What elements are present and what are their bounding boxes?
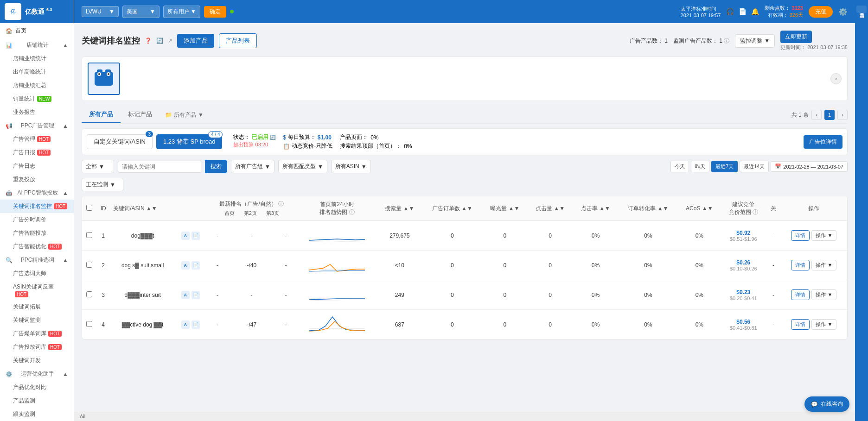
sidebar-item-smart-opt[interactable]: 广告智能优化HOT — [0, 240, 74, 253]
sidebar-section-ppc[interactable]: 📢 PPC广告管理 ▲ — [0, 119, 74, 132]
monitor-adjust-button[interactable]: 监控调整 ▼ — [735, 34, 775, 48]
next-product-button[interactable]: › — [830, 73, 842, 84]
search-button[interactable]: 搜索 — [205, 160, 227, 173]
settings-icon[interactable]: ⚙️ — [838, 7, 848, 16]
row-4-keyword[interactable]: ▓▓ctive dog ▓▓t — [110, 310, 175, 339]
row-3-detail-button[interactable]: 详情 — [791, 289, 810, 300]
row-2-action-button[interactable]: 操作 ▼ — [811, 260, 836, 270]
row-3-ai-icon[interactable]: A — [181, 291, 190, 299]
row-2-checkbox[interactable] — [86, 262, 92, 268]
sidebar-item-kw-monitor2[interactable]: 关键词监测 — [0, 314, 74, 327]
sidebar-item-ad-manage[interactable]: 广告管理HOT — [0, 132, 74, 146]
keyword-input[interactable] — [118, 161, 201, 173]
select-all-checkbox[interactable] — [86, 205, 92, 211]
row-4-detail-button[interactable]: 详情 — [791, 319, 810, 330]
row-3-keyword[interactable]: d▓▓▓inter suit — [110, 280, 175, 310]
bell-icon[interactable]: 🔔 — [751, 8, 759, 15]
row-3-action-button[interactable]: 操作 ▼ — [811, 289, 836, 300]
all-filter-select[interactable]: 全部 ▼ — [82, 160, 114, 173]
row-2-detail-button[interactable]: 详情 — [791, 260, 810, 270]
sidebar-item-product-monitor[interactable]: 产品监测 — [0, 394, 74, 408]
country-select[interactable]: 美国 ▼ — [122, 6, 160, 18]
date-yesterday-button[interactable]: 昨天 — [691, 161, 709, 172]
row-4-doc-icon[interactable]: 📄 — [191, 320, 200, 329]
row-2-ai-icon[interactable]: A — [181, 261, 190, 270]
row-4-checkbox[interactable] — [86, 321, 92, 327]
sidebar-item-ad-log[interactable]: 广告日志 — [0, 159, 74, 173]
sidebar-section-ops[interactable]: ⚙️ 运营优化助手 ▲ — [0, 367, 74, 381]
store-select[interactable]: LVWU ▼ — [82, 6, 119, 17]
sidebar-item-kw-monitor[interactable]: 关键词排名监控HOT — [0, 200, 74, 213]
sidebar-item-word-master[interactable]: 广告选词大师 — [0, 267, 74, 280]
sidebar-item-store-perf[interactable]: 店铺业绩统计 — [0, 52, 74, 65]
refresh-icon[interactable]: 🔄 — [156, 38, 163, 44]
share-icon[interactable]: ↗ — [168, 38, 172, 44]
row-2-keyword[interactable]: dog s▓ suit small — [110, 251, 175, 280]
row-3-doc-icon[interactable]: 📄 — [191, 291, 200, 299]
asin-select[interactable]: 所有ASIN ▼ — [331, 160, 371, 173]
row-4-action-button[interactable]: 操作 ▼ — [811, 319, 836, 330]
ad-group-select[interactable]: 所有广告组 ▼ — [231, 160, 274, 173]
product-list-button[interactable]: 产品列表 — [219, 33, 257, 48]
ad-detail-button[interactable]: 广告位详情 — [804, 135, 842, 149]
sidebar-section-select[interactable]: 🔍 PPC精准选词 ▲ — [0, 253, 74, 267]
match-type-select[interactable]: 所有匹配类型 ▼ — [278, 160, 327, 173]
row-1-action-button[interactable]: 操作 ▼ — [811, 230, 836, 241]
sidebar-section-ai[interactable]: 🤖 AI PPC智能投放 ▲ — [0, 186, 74, 200]
row-3-checkbox[interactable] — [86, 291, 92, 297]
sidebar-item-home[interactable]: 🏠 首页 — [0, 23, 74, 38]
user-select[interactable]: 所有用户 ▼ — [163, 6, 200, 18]
row-2-doc-icon[interactable]: 📄 — [191, 261, 200, 270]
headphone-icon[interactable]: 🎧 — [726, 8, 734, 15]
row-1-ai-icon[interactable]: A — [181, 232, 190, 240]
prev-page-button[interactable]: ‹ — [811, 110, 822, 120]
sidebar-item-kw-dev[interactable]: 关键词开发 — [0, 354, 74, 367]
kw-tab-broad[interactable]: 1.23 背带 SP broad 4 / 4 — [156, 134, 223, 149]
row-1-checkbox[interactable] — [86, 232, 92, 238]
row-1-doc-icon[interactable]: 📄 — [191, 232, 200, 240]
sidebar-item-smart-place[interactable]: 广告智能投放 — [0, 226, 74, 240]
recharge-button[interactable]: 充值 — [809, 6, 833, 18]
sidebar-item-sales[interactable]: 销量统计NEW — [0, 92, 74, 106]
direct-demo-button[interactable]: 直营演示 — [856, 6, 867, 13]
status-info: 状态： 已启用 🔄 超出预算 03:20 — [233, 133, 275, 148]
date-range[interactable]: 📅 2021-02-28 — 2021-03-07 — [771, 161, 848, 172]
product-thumbnail[interactable] — [88, 63, 120, 95]
help-icon[interactable]: ❓ — [145, 38, 152, 44]
table-row: 4 ▓▓ctive dog ▓▓t A 📄 - -/47 - — [82, 310, 847, 339]
date-today-button[interactable]: 今天 — [670, 161, 689, 172]
sidebar-item-peak[interactable]: 出单高峰统计 — [0, 65, 74, 79]
monitoring-select[interactable]: 正在监测 ▼ — [82, 178, 123, 191]
sidebar-item-time-adjust[interactable]: 广告分时调价 — [0, 213, 74, 226]
next-page-button[interactable]: › — [837, 110, 848, 120]
sidebar-item-ad-blast[interactable]: 广告爆单词库HOT — [0, 327, 74, 340]
table-header: ID 关键词/ASIN ▲▼ 最新排名（广告/自然） ⓘ 首页 第2页 第3页 — [82, 196, 847, 221]
page-1-button[interactable]: 1 — [824, 110, 835, 120]
date-7days-button[interactable]: 最近7天 — [711, 161, 738, 172]
sidebar-item-repeat[interactable]: 重复投放 — [0, 173, 74, 186]
row-2-acos: 0% — [678, 251, 721, 280]
row-1-detail-button[interactable]: 详情 — [791, 230, 810, 241]
confirm-button[interactable]: 确定 — [204, 6, 226, 18]
sidebar-item-asin-reverse[interactable]: ASIN关键词反查HOT — [0, 280, 74, 300]
add-product-button[interactable]: 添加产品 — [177, 34, 214, 48]
sidebar-item-ad-daily[interactable]: 广告日报HOT — [0, 146, 74, 159]
date-14days-button[interactable]: 最近14天 — [740, 161, 769, 172]
sidebar-item-ad-place-lib[interactable]: 广告投放词库HOT — [0, 340, 74, 354]
tab-marked-products[interactable]: 标记产品 — [121, 107, 160, 123]
sidebar-section-store[interactable]: 📊 店铺统计 ▲ — [0, 38, 74, 52]
tab-folder[interactable]: 📁 所有产品 ▼ — [160, 108, 209, 122]
kw-tab-custom[interactable]: 自定义关键词/ASIN 3 — [87, 134, 153, 149]
sidebar-item-store-summary[interactable]: 店铺业绩汇总 — [0, 79, 74, 92]
sidebar-item-follow-monitor[interactable]: 跟卖监测 — [0, 408, 74, 421]
tab-all-products[interactable]: 所有产品 — [82, 107, 121, 123]
sidebar-item-report[interactable]: 业务报告 — [0, 106, 74, 119]
sidebar-item-product-opt[interactable]: 产品优化对比 — [0, 381, 74, 394]
row-1-keyword[interactable]: dog▓▓▓t — [110, 221, 175, 251]
sidebar-item-kw-expand[interactable]: 关键词拓展 — [0, 300, 74, 314]
row-4-ai-icon[interactable]: A — [181, 320, 190, 329]
online-consult-button[interactable]: 💬 在线咨询 — [804, 396, 849, 412]
document-icon[interactable]: 📄 — [739, 8, 747, 15]
update-now-button[interactable]: 立即更新 — [780, 31, 812, 43]
row-2-icons: A 📄 — [178, 261, 204, 270]
